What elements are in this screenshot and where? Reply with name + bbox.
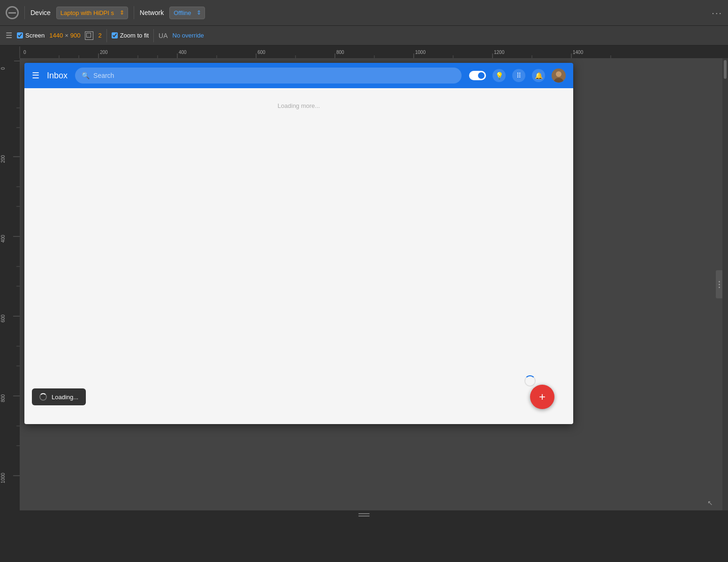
inbox-search-bar[interactable]: 🔍 Search <box>75 68 462 84</box>
horizontal-ruler: 0 200 400 600 800 1000 1200 1400 <box>0 46 728 58</box>
compose-fab-button[interactable]: + <box>530 385 554 409</box>
svg-text:1000: 1000 <box>0 472 6 483</box>
bottom-ruler <box>0 510 728 562</box>
fab-plus-icon: + <box>539 390 546 403</box>
expand-icon[interactable]: ↖ <box>707 499 713 507</box>
svg-text:200: 200 <box>0 155 6 163</box>
loading-toast: Loading... <box>32 388 86 405</box>
svg-text:800: 800 <box>0 394 6 402</box>
inbox-hamburger-icon[interactable]: ☰ <box>32 70 39 81</box>
zoom-to-fit-label[interactable]: Zoom to fit <box>112 32 149 39</box>
device-frame: ☰ Inbox 🔍 Search 💡 ⠿ 🔔 <box>24 63 573 424</box>
toolbar-left: Device Laptop with HiDPI s ⇕ Network Off… <box>6 6 712 19</box>
screen-height: 900 <box>70 32 81 39</box>
notification-icon[interactable]: 🔔 <box>532 69 545 82</box>
v-ruler-svg: 0 200 400 600 800 1000 <box>0 58 20 510</box>
separator1 <box>24 6 25 19</box>
separator4 <box>153 29 154 42</box>
hamburger-icon[interactable]: ☰ <box>6 31 12 40</box>
canvas-area: ☰ Inbox 🔍 Search 💡 ⠿ 🔔 <box>20 58 722 510</box>
inbox-header: ☰ Inbox 🔍 Search 💡 ⠿ 🔔 <box>24 63 573 88</box>
device-label: Device <box>30 9 51 16</box>
network-select-wrapper[interactable]: Offline ⇕ <box>169 7 205 19</box>
resize-dots <box>719 281 720 288</box>
ua-label: UA <box>159 32 167 39</box>
svg-rect-0 <box>0 46 728 58</box>
toolbar-right: ··· <box>712 8 722 18</box>
screen-width: 1440 <box>49 32 63 39</box>
toast-spinner <box>39 393 47 401</box>
loading-spinner <box>524 375 536 387</box>
network-label: Network <box>140 9 164 16</box>
loading-toast-text: Loading... <box>52 394 78 401</box>
svg-text:800: 800 <box>336 50 344 55</box>
content-row: 0 200 400 600 800 1000 <box>0 58 728 510</box>
handle-line2 <box>358 516 370 516</box>
separator3 <box>106 29 107 42</box>
toolbar-row2: ☰ Screen 1440 × 900 2 Zoom to fit UA No … <box>0 26 728 46</box>
search-icon: 🔍 <box>82 72 90 79</box>
spinner-area <box>524 375 536 387</box>
screen-dimensions: 1440 × 900 <box>49 32 80 39</box>
inbox-title: Inbox <box>47 71 68 81</box>
screen-x-sep: × <box>65 32 68 39</box>
screen-checkbox[interactable] <box>17 32 23 38</box>
h-ruler-svg: 0 200 400 600 800 1000 1200 1400 <box>0 46 728 58</box>
handle-line1 <box>358 513 370 514</box>
svg-text:200: 200 <box>100 50 108 55</box>
inbox-right-icons: 💡 ⠿ 🔔 <box>469 68 566 83</box>
resize-handle[interactable] <box>716 270 722 298</box>
zoom-to-fit-text: Zoom to fit <box>120 32 149 39</box>
grid-icon[interactable]: ⠿ <box>512 69 525 82</box>
svg-text:600: 600 <box>258 50 265 55</box>
svg-text:1400: 1400 <box>573 50 584 55</box>
svg-rect-27 <box>0 58 20 510</box>
svg-point-51 <box>556 71 561 77</box>
toggle-switch[interactable] <box>469 71 486 80</box>
separator2 <box>134 6 134 19</box>
inbox-body: Loading more... + Loading... <box>24 88 573 424</box>
user-avatar[interactable] <box>552 68 566 83</box>
network-select[interactable]: Offline <box>169 7 205 19</box>
svg-text:400: 400 <box>179 50 187 55</box>
svg-text:0: 0 <box>23 50 26 55</box>
scrollbar-thumb[interactable] <box>724 60 727 79</box>
svg-text:1000: 1000 <box>415 50 426 55</box>
screen-checkbox-label[interactable]: Screen <box>17 32 45 39</box>
device-select[interactable]: Laptop with HiDPI s <box>56 7 128 19</box>
search-placeholder: Search <box>93 72 114 79</box>
toolbar-row1: Device Laptop with HiDPI s ⇕ Network Off… <box>0 0 728 26</box>
screen-label: Screen <box>25 32 45 39</box>
vertical-scrollbar[interactable] <box>722 58 728 510</box>
svg-text:1200: 1200 <box>494 50 505 55</box>
svg-text:400: 400 <box>0 235 6 243</box>
pixel-ratio-value: 2 <box>98 32 101 39</box>
bulb-icon[interactable]: 💡 <box>493 69 506 82</box>
vertical-ruler: 0 200 400 600 800 1000 <box>0 58 20 510</box>
device-select-wrapper[interactable]: Laptop with HiDPI s ⇕ <box>56 7 128 19</box>
more-button[interactable]: ··· <box>712 8 722 18</box>
pixel-ratio-icon <box>85 31 93 40</box>
svg-text:600: 600 <box>0 314 6 322</box>
svg-text:0: 0 <box>0 67 6 70</box>
main-area: 0 200 400 600 800 1000 1200 1400 <box>0 46 728 562</box>
loading-more-text: Loading more... <box>278 102 320 109</box>
no-entry-icon[interactable] <box>6 6 19 19</box>
bottom-panel-handle[interactable] <box>358 513 370 516</box>
no-override-text: No override <box>173 32 204 39</box>
zoom-to-fit-checkbox[interactable] <box>112 32 118 38</box>
